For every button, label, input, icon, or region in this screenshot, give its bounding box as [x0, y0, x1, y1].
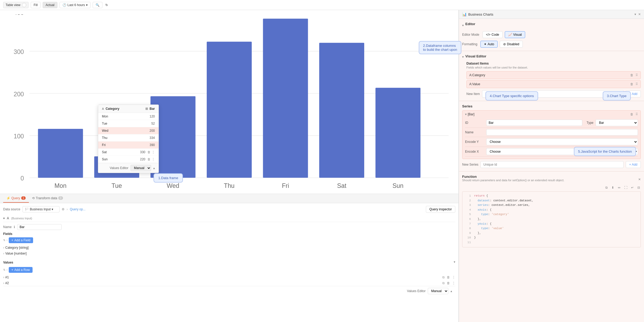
values-header: Values ▾ — [3, 258, 455, 265]
query-tab[interactable]: ⚡ Query 1 — [3, 194, 29, 203]
values-sort-icon[interactable]: ⇅ — [3, 268, 5, 271]
field-value[interactable]: › Value [number] — [3, 251, 455, 256]
series-drag-icon[interactable]: ⠿ — [636, 112, 638, 116]
values-collapse-icon[interactable]: ▾ — [454, 260, 455, 264]
name-field-input[interactable] — [486, 129, 638, 135]
add-item-button[interactable]: + Add — [626, 90, 641, 97]
item-delete-icon[interactable]: 🗑 — [630, 73, 633, 77]
time-range-button[interactable]: 🕐 Last 6 hours ▾ — [60, 2, 91, 8]
ft-val-tue: 52 — [144, 122, 155, 125]
delete-icon[interactable]: 🗑 — [447, 275, 450, 279]
transform-tab-label: Transform data — [36, 196, 57, 200]
item-value-label: A:Value — [469, 82, 630, 86]
sun-more-icon[interactable]: ⋮ — [152, 157, 155, 161]
fullscreen-code-icon[interactable]: ⛶ — [623, 185, 628, 190]
field-category[interactable]: › Category [string] — [3, 245, 455, 251]
info-icon: ℹ — [14, 225, 15, 229]
values-collapse-btn[interactable]: ▴ — [451, 289, 452, 293]
delete-icon2[interactable]: 🗑 — [447, 281, 450, 285]
top-toolbar: Table view Fill Actual 🕐 Last 6 hours ▾ … — [0, 0, 644, 10]
ft-val-sat: 330 — [135, 150, 145, 154]
add-field-button[interactable]: + Add a Field — [9, 237, 33, 243]
code-editor[interactable]: 1 return { 2 dataset: context.editor.dat… — [462, 191, 641, 247]
disabled-format-button[interactable]: ⊘ Disabled — [500, 41, 523, 48]
values-editor-collapse[interactable]: ▴ — [153, 166, 155, 170]
sort-icon2[interactable]: ↕ — [6, 239, 8, 242]
zoom-button[interactable]: 🔍 — [93, 2, 102, 8]
ft-row-thu: Thu 334 — [98, 134, 159, 142]
more-icon[interactable]: ⋮ — [452, 275, 455, 279]
item-drag-icon2[interactable]: ⠿ — [636, 82, 638, 86]
row2-chevron[interactable]: › — [3, 281, 4, 285]
transform-tab[interactable]: ⟲ Transform data 0 — [29, 194, 66, 203]
encode-y-row: Encode Y Choose — [465, 137, 638, 147]
add-series-button[interactable]: + Add — [626, 161, 641, 168]
copy-code-icon[interactable]: ⧉ — [605, 185, 609, 190]
dataset-collapse-icon[interactable]: ▾ — [3, 216, 5, 220]
values-editor-select[interactable]: Manual — [428, 288, 448, 294]
series-delete-icon[interactable]: 🗑 — [630, 112, 633, 116]
ft-row-wed: Wed 200 — [98, 127, 159, 134]
code-line-2: 2 dataset: context.editor.dataset, — [465, 198, 638, 203]
ft-val-mon: 120 — [144, 115, 155, 118]
sat-more-icon[interactable]: ⋮ — [152, 150, 155, 154]
table-view-toggle[interactable]: Table view — [3, 2, 29, 8]
visual-editor-collapse-icon[interactable]: ▾ — [462, 55, 464, 59]
editor-section-title: Editor — [465, 22, 475, 26]
item-drag-icon[interactable]: ⠿ — [636, 73, 638, 77]
data-source-select[interactable]: 🏳️ Business Input ▾ — [22, 206, 60, 212]
sat-delete-icon[interactable]: 🗑 — [147, 150, 151, 154]
sort-icon[interactable]: ⇅ — [3, 239, 5, 242]
values-sort-icon2[interactable]: ↕ — [6, 268, 8, 271]
code-expand-icon[interactable]: ✕ — [638, 178, 641, 181]
actual-button[interactable]: Actual — [43, 2, 57, 8]
grid-icon: ⊞ — [145, 107, 148, 111]
more-icon2[interactable]: ⋮ — [452, 281, 455, 285]
editor-collapse-icon[interactable]: ▾ — [462, 24, 464, 27]
panel-title: 📊 Business Charts — [462, 12, 493, 16]
query-options-link[interactable]: Query op... — [70, 207, 85, 211]
code-mode-button[interactable]: </> Code — [483, 31, 503, 38]
code-line-11: 11 — [465, 240, 638, 245]
panel-chevron-icon[interactable]: ▾ — [634, 12, 636, 16]
minify-code-icon[interactable]: ⊟ — [637, 185, 641, 190]
new-series-input[interactable] — [480, 161, 624, 168]
settings-icon[interactable]: ⚙ — [62, 207, 65, 211]
new-item-select[interactable]: Choose — [482, 90, 624, 98]
query-icon: ⚡ — [6, 196, 10, 200]
encode-y-select[interactable]: Choose — [486, 138, 638, 145]
copy-icon[interactable]: ⧉ — [442, 275, 445, 279]
wrap-code-icon[interactable]: ↵ — [630, 185, 634, 190]
type-select[interactable]: Bar Line Pie — [596, 119, 638, 126]
encode-x-select[interactable]: Choose — [486, 148, 638, 155]
field-chevron-icon2: › — [3, 252, 4, 255]
id-input[interactable] — [486, 120, 582, 126]
query-inspector-button[interactable]: Query inspector — [426, 206, 455, 213]
encode-x-row: Encode X Choose — [465, 147, 638, 157]
series-collapse-icon[interactable]: ▾ — [465, 112, 467, 116]
plus-icon: + — [11, 238, 13, 242]
auto-format-button[interactable]: ✦ Auto — [480, 41, 498, 48]
name-input[interactable] — [17, 224, 62, 230]
dataset-header: ▾ A (Business Input) — [3, 215, 455, 222]
fill-button[interactable]: Fill — [31, 2, 40, 8]
table-view-label: Table view — [6, 3, 20, 7]
code-line-1: 1 return { — [465, 194, 638, 198]
floating-table: A Category ⊞ Bar Mon 120 Tue 52 Wed 200 … — [98, 105, 159, 173]
ft-footer: Values Editor Manual ▴ — [98, 163, 159, 173]
row1-chevron[interactable]: › — [3, 275, 4, 279]
svg-text:0: 0 — [20, 175, 24, 182]
ft-header: A Category ⊞ Bar — [98, 105, 159, 113]
refresh-button[interactable]: ↻ — [105, 3, 109, 7]
sun-delete-icon[interactable]: 🗑 — [147, 157, 151, 161]
visual-mode-button[interactable]: 📈 Visual — [505, 31, 525, 38]
copy-icon2[interactable]: ⧉ — [442, 281, 445, 285]
download-code-icon[interactable]: ⬇ — [611, 185, 615, 190]
add-row-button[interactable]: + Add a Row — [9, 267, 33, 273]
values-editor-footer-select[interactable]: Manual — [130, 165, 151, 171]
item-delete-icon2[interactable]: 🗑 — [630, 82, 633, 86]
dataset-id: A — [7, 216, 9, 220]
expand-code-icon[interactable]: ⇔ — [617, 185, 621, 190]
close-icon[interactable]: ✕ — [638, 12, 641, 16]
data-source-value: Business Input — [30, 207, 51, 211]
